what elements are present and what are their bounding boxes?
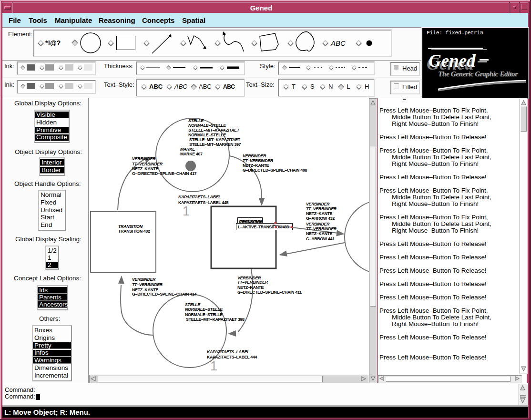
svg-text:NETZ–KANTE: NETZ–KANTE (132, 287, 159, 292)
svg-text:KAPAZITAETS–LABEL: KAPAZITAETS–LABEL (178, 195, 221, 199)
svg-text:TT–VERBINDER: TT–VERBINDER (306, 206, 337, 211)
svg-text:NETZ–KANTE: NETZ–KANTE (306, 211, 333, 216)
svg-text:NORMALE–STELLE: NORMALE–STELLE (188, 133, 226, 137)
svg-text:NORMALE–STELLE: NORMALE–STELLE (185, 312, 223, 317)
svg-text:NETZ–KANTE: NETZ–KANTE (237, 285, 264, 290)
svg-text:MARKE 407: MARKE 407 (180, 152, 203, 156)
svg-text:VERBINDER: VERBINDER (132, 277, 156, 282)
svg-text:MARKE: MARKE (180, 147, 195, 152)
svg-text:1: 1 (183, 204, 190, 218)
svg-text:L–AKTIVE–TRANSITION 403: L–AKTIVE–TRANSITION 403 (238, 225, 289, 229)
svg-text:STELLE–MIT–KAPAZITAET: STELLE–MIT–KAPAZITAET (188, 137, 241, 142)
svg-text:G–DIRECTED–SPLINE–CHAIN 414: G–DIRECTED–SPLINE–CHAIN 414 (132, 292, 196, 297)
svg-text:VERBINDER: VERBINDER (306, 222, 330, 226)
svg-text:TT–VERBINDER: TT–VERBINDER (237, 280, 268, 285)
svg-text:TRANSITION 402: TRANSITION 402 (118, 229, 150, 234)
svg-text:VERBINDER: VERBINDER (306, 202, 330, 206)
svg-text:TT–VERBINDER: TT–VERBINDER (243, 158, 274, 163)
svg-text:G–DIRECTED–SPLINE–CHAIN 411: G–DIRECTED–SPLINE–CHAIN 411 (237, 290, 302, 295)
svg-text:NETZ–KANTE: NETZ–KANTE (243, 163, 269, 168)
svg-text:G–ARROW 432: G–ARROW 432 (306, 216, 335, 221)
svg-text:NETZ–KANTE: NETZ–KANTE (306, 231, 333, 236)
svg-text:STELLE–MIT–KAPAZITAET 398: STELLE–MIT–KAPAZITAET 398 (185, 317, 245, 322)
svg-text:TT–VERBINDER: TT–VERBINDER (306, 226, 337, 231)
svg-text:TT–VERBINDER: TT–VERBINDER (132, 162, 163, 166)
svg-text:VERBINDER: VERBINDER (132, 156, 156, 161)
svg-text:VERBINDER: VERBINDER (237, 276, 261, 280)
svg-text:KAPAZITAETS–LABEL: KAPAZITAETS–LABEL (207, 349, 249, 354)
svg-text:1: 1 (210, 359, 217, 373)
svg-text:G–DIRECTED–SPLINE–CHAIN 417: G–DIRECTED–SPLINE–CHAIN 417 (132, 171, 196, 176)
svg-text:STELLE: STELLE (188, 118, 204, 123)
svg-text:NORMALE–STELLE: NORMALE–STELLE (188, 123, 226, 128)
svg-text:TRANSITION: TRANSITION (118, 224, 143, 229)
svg-text:TT–VERBINDER: TT–VERBINDER (132, 282, 163, 287)
svg-text:STELLE–MIT–KAPAZITAET: STELLE–MIT–KAPAZITAET (188, 128, 240, 133)
svg-text:NETZ–KANTE: NETZ–KANTE (132, 166, 159, 171)
svg-text:NORMALE–STELLE: NORMALE–STELLE (185, 307, 223, 312)
svg-text:VERBINDER: VERBINDER (243, 154, 266, 158)
svg-text:G–ARROW 441: G–ARROW 441 (306, 236, 335, 241)
svg-text:G–DIRECTED–SPLINE–CHAIN 408: G–DIRECTED–SPLINE–CHAIN 408 (243, 168, 307, 173)
svg-text:STELLE–MIT–MARKEN 397: STELLE–MIT–MARKEN 397 (188, 142, 241, 147)
svg-text:STELLE: STELLE (185, 302, 201, 307)
